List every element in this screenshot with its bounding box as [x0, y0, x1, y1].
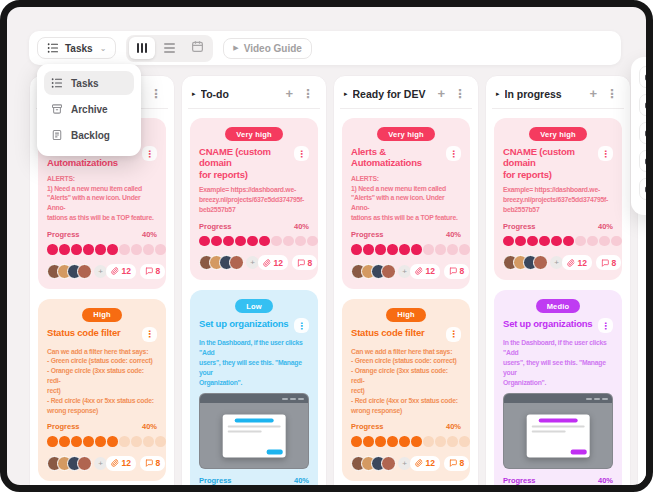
card-footer: +128	[351, 456, 461, 471]
kanban-icon	[137, 43, 147, 53]
comments-value: 8	[611, 258, 616, 268]
paperclip-icon	[111, 267, 119, 275]
attachments-count[interactable]: 12	[562, 255, 592, 270]
attachments-count[interactable]: 12	[258, 255, 288, 270]
comments-count[interactable]: 8	[140, 456, 165, 471]
card-screenshot	[503, 393, 613, 469]
video-guide-button[interactable]: ▶ Video Guide	[223, 38, 312, 59]
view-kanban-button[interactable]	[129, 37, 155, 59]
collapse-arrow-icon[interactable]: ▸	[344, 90, 348, 98]
card-title-row: Set up organizations⋮	[199, 318, 309, 333]
attachments-count[interactable]: 12	[106, 456, 136, 471]
card-menu-button[interactable]: ⋮	[598, 318, 613, 333]
card-menu-button[interactable]: ⋮	[294, 318, 309, 333]
attachments-count[interactable]: 12	[410, 264, 440, 279]
tasks-list-icon	[47, 42, 60, 54]
board-selector[interactable]: Tasks ⌄	[37, 37, 116, 59]
progress-dots	[351, 436, 461, 447]
comments-count[interactable]: 8	[596, 255, 621, 270]
card-menu-button[interactable]: ⋮	[294, 146, 309, 161]
view-calendar-button[interactable]	[185, 37, 211, 59]
progress-dot	[307, 236, 318, 247]
progress-dot	[611, 236, 622, 247]
comment-icon	[297, 259, 305, 267]
panel-button-glyph	[645, 130, 652, 137]
card-description: In the Dashboard, if the user clicks "Ad…	[503, 338, 613, 387]
column-menu-button[interactable]: ⋮	[148, 87, 164, 101]
comment-icon	[449, 459, 457, 467]
assignee-avatars: +	[351, 456, 406, 471]
progress-row: Progress40%	[351, 422, 461, 431]
screenshot-modal-button	[570, 449, 586, 454]
card-title: CNAME (custom domain for reports)	[199, 146, 290, 180]
comments-count[interactable]: 8	[292, 255, 317, 270]
add-card-button[interactable]: +	[283, 86, 295, 101]
progress-dot	[107, 436, 118, 447]
task-card[interactable]: +	[646, 118, 653, 236]
add-card-button[interactable]: +	[587, 86, 599, 101]
attachments-count[interactable]: 12	[106, 264, 136, 279]
card-menu-button[interactable]: ⋮	[598, 146, 613, 161]
collapse-arrow-icon[interactable]: ▸	[192, 90, 196, 98]
collapse-arrow-icon[interactable]: ▸	[648, 90, 652, 98]
task-card[interactable]: Very highCNAME (custom domain for report…	[190, 118, 318, 280]
progress-label: Progress	[351, 422, 384, 431]
card-footer: +128	[199, 255, 309, 270]
task-card[interactable]: Very highAlerts & Automatizations⋮ALERTS…	[342, 118, 470, 289]
menu-item-tasks[interactable]: Tasks	[44, 71, 134, 95]
screenshot-modal-line	[228, 430, 262, 433]
menu-item-backlog[interactable]: Backlog	[44, 123, 134, 147]
view-list-button[interactable]	[157, 37, 183, 59]
attachments-count[interactable]: 12	[410, 456, 440, 471]
progress-dot	[295, 236, 306, 247]
panel-button-glyph	[645, 158, 652, 165]
assignee-avatars: +	[47, 264, 102, 279]
board-column: ▸In progress+⋮Very highCNAME (custom dom…	[485, 75, 631, 492]
add-card-button[interactable]: +	[435, 86, 447, 101]
progress-dot	[235, 236, 246, 247]
comments-value: 8	[459, 266, 464, 276]
card-menu-button[interactable]: ⋮	[446, 327, 461, 342]
column-menu-button[interactable]: ⋮	[604, 87, 620, 101]
avatar	[533, 255, 548, 270]
column-title: To-do	[201, 88, 279, 100]
card-menu-button[interactable]: ⋮	[142, 327, 157, 342]
menu-item-archive[interactable]: Archive	[44, 97, 134, 121]
column-menu-button[interactable]: ⋮	[300, 87, 316, 101]
column-menu-button[interactable]: ⋮	[452, 87, 468, 101]
comments-count[interactable]: 8	[444, 456, 469, 471]
progress-dot	[551, 236, 562, 247]
panel-button[interactable]	[639, 178, 653, 200]
calendar-icon	[191, 40, 204, 56]
progress-dot	[271, 236, 282, 247]
comments-count[interactable]: 8	[140, 264, 165, 279]
panel-button[interactable]	[639, 150, 653, 172]
task-card[interactable]: HighStatus code filter⋮Can we add a filt…	[342, 299, 470, 481]
task-card[interactable]: Set up organizations⋮In the Dashboard, i…	[646, 246, 653, 477]
progress-dot	[259, 236, 270, 247]
progress-dot	[211, 236, 222, 247]
panel-button[interactable]	[639, 94, 653, 116]
collapse-arrow-icon[interactable]: ▸	[496, 90, 500, 98]
screenshot-modal-header	[234, 418, 274, 422]
progress-dot	[587, 236, 598, 247]
panel-button[interactable]	[639, 122, 653, 144]
progress-label: Progress	[503, 476, 536, 485]
card-title: Set up organizations	[503, 318, 594, 329]
card-menu-button[interactable]: ⋮	[446, 146, 461, 161]
task-card[interactable]: HighStatus code filter⋮Can we add a filt…	[38, 299, 166, 481]
task-card[interactable]: Very highCNAME (custom domain for report…	[494, 118, 622, 280]
comments-count[interactable]: 8	[444, 264, 469, 279]
progress-dot	[247, 236, 258, 247]
card-menu-button[interactable]: ⋮	[142, 146, 157, 161]
card-footer: +128	[47, 456, 157, 471]
card-title-row: Status code filter⋮	[47, 327, 157, 342]
task-card[interactable]: LowSet up organizations⋮In the Dashboard…	[190, 290, 318, 492]
assignee-avatars: +	[503, 255, 558, 270]
attachments-value: 12	[122, 266, 131, 276]
progress-value: 40%	[294, 476, 309, 485]
avatar	[381, 264, 396, 279]
task-card[interactable]: MedioSet up organizations⋮In the Dashboa…	[494, 290, 622, 492]
panel-button[interactable]	[639, 66, 653, 88]
card-description: Can we add a filter here that says: - Gr…	[351, 347, 461, 416]
